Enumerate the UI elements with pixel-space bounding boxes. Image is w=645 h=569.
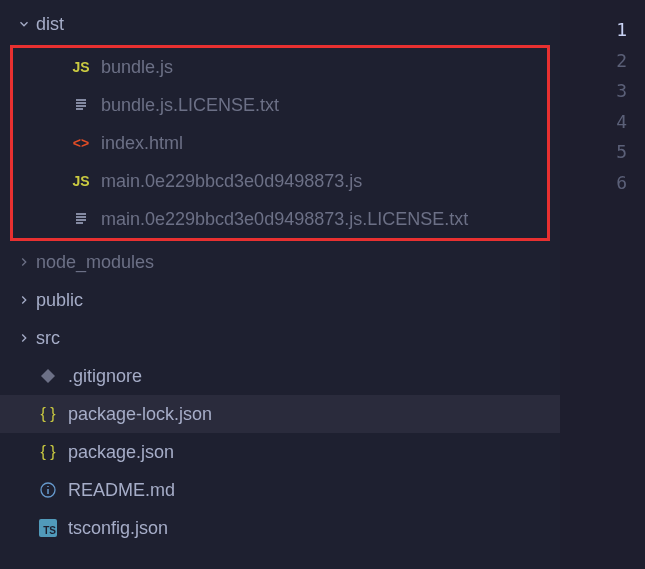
- folder-label: dist: [36, 14, 64, 35]
- folder-dist[interactable]: dist: [0, 5, 560, 43]
- file-label: bundle.js: [101, 57, 173, 78]
- chevron-right-icon: [16, 292, 32, 308]
- file-explorer[interactable]: dist › JS bundle.js › bundle.js.LICENSE.…: [0, 0, 560, 569]
- info-icon: [36, 482, 60, 498]
- chevron-down-icon: [16, 16, 32, 32]
- file-label: index.html: [101, 133, 183, 154]
- file-item[interactable]: › main.0e229bbcd3e0d9498873.js.LICENSE.t…: [13, 200, 547, 238]
- js-icon: JS: [69, 59, 93, 75]
- json-icon: { }: [36, 443, 60, 461]
- git-icon: [36, 368, 60, 384]
- file-label: main.0e229bbcd3e0d9498873.js.LICENSE.txt: [101, 209, 468, 230]
- file-label: tsconfig.json: [68, 518, 168, 539]
- chevron-right-icon: [16, 330, 32, 346]
- html-icon: <>: [69, 135, 93, 151]
- file-item[interactable]: › JS bundle.js: [13, 48, 547, 86]
- line-number: 4: [560, 107, 627, 138]
- file-item[interactable]: › { } package-lock.json: [0, 395, 560, 433]
- chevron-right-icon: [16, 254, 32, 270]
- line-number: 6: [560, 168, 627, 199]
- line-number: 3: [560, 76, 627, 107]
- file-item[interactable]: › { } package.json: [0, 433, 560, 471]
- folder-public[interactable]: public: [0, 281, 560, 319]
- text-icon: [69, 211, 93, 227]
- json-icon: { }: [36, 405, 60, 423]
- file-label: README.md: [68, 480, 175, 501]
- file-item[interactable]: › JS main.0e229bbcd3e0d9498873.js: [13, 162, 547, 200]
- line-number: 5: [560, 137, 627, 168]
- text-icon: [69, 97, 93, 113]
- editor-gutter: 1 2 3 4 5 6: [560, 0, 645, 569]
- line-number: 1: [560, 15, 627, 46]
- highlight-box: › JS bundle.js › bundle.js.LICENSE.txt ›…: [10, 45, 550, 241]
- file-item[interactable]: › .gitignore: [0, 357, 560, 395]
- line-number: 2: [560, 46, 627, 77]
- folder-label: src: [36, 328, 60, 349]
- file-item[interactable]: › README.md: [0, 471, 560, 509]
- folder-node-modules[interactable]: node_modules: [0, 243, 560, 281]
- file-label: package-lock.json: [68, 404, 212, 425]
- file-label: bundle.js.LICENSE.txt: [101, 95, 279, 116]
- file-label: package.json: [68, 442, 174, 463]
- folder-label: public: [36, 290, 83, 311]
- folder-src[interactable]: src: [0, 319, 560, 357]
- js-icon: JS: [69, 173, 93, 189]
- file-item[interactable]: › bundle.js.LICENSE.txt: [13, 86, 547, 124]
- file-label: .gitignore: [68, 366, 142, 387]
- folder-label: node_modules: [36, 252, 154, 273]
- file-item[interactable]: › <> index.html: [13, 124, 547, 162]
- ts-icon: TS: [36, 519, 60, 537]
- file-label: main.0e229bbcd3e0d9498873.js: [101, 171, 362, 192]
- file-item[interactable]: › TS tsconfig.json: [0, 509, 560, 547]
